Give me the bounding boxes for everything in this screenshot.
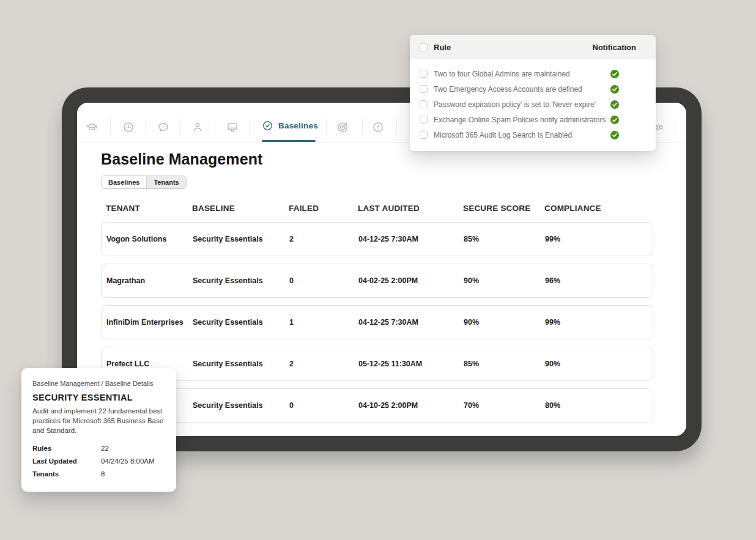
nav-divider — [146, 119, 146, 135]
rule-list-header: Rule Notification — [410, 35, 656, 59]
rule-label: Password expiration policy' is set to 'N… — [434, 100, 596, 109]
nav-divider — [250, 119, 250, 135]
last-audited-cell: 05-12-25 11:30AM — [358, 360, 464, 368]
last-audited-cell: 04-02-25 2:00PM — [358, 276, 464, 285]
rule-checkbox[interactable] — [420, 85, 428, 93]
passed-check-icon — [610, 116, 619, 124]
last-audited-cell: 04-10-25 2:00PM — [358, 401, 464, 410]
passed-check-icon — [610, 131, 619, 139]
field-value: 8 — [101, 470, 105, 478]
passed-check-icon — [610, 70, 619, 78]
secure-score-cell: 70% — [464, 401, 545, 410]
active-tab-underline — [262, 140, 316, 142]
alert-icon[interactable] — [372, 121, 384, 133]
field-value: 04/24/25 8:00AM — [101, 457, 155, 465]
failed-cell: 2 — [289, 360, 358, 368]
tenant-cell: Magrathan — [106, 276, 193, 285]
secure-score-cell: 85% — [464, 235, 545, 243]
notification-column-label: Notification — [593, 43, 637, 52]
field-label: Tenants — [32, 470, 101, 478]
rule-list-card: Rule Notification Two to four Global Adm… — [410, 35, 656, 151]
chat-icon[interactable] — [157, 121, 169, 133]
compliance-cell: 90% — [545, 360, 653, 368]
rule-label: Two Emergency Access Accounts are define… — [434, 85, 582, 94]
nav-divider — [396, 119, 397, 135]
field-rules: Rules 22 — [32, 445, 165, 452]
breadcrumb: Baseline Management / Baseline Details — [32, 380, 165, 387]
table-row[interactable]: Magrathan Security Essentials 0 04-02-25… — [101, 264, 653, 298]
secure-score-cell: 90% — [464, 276, 545, 285]
field-value: 22 — [101, 445, 109, 452]
secure-score-cell: 85% — [464, 360, 545, 368]
col-secure-score: SECURE SCORE — [463, 204, 544, 213]
rule-row: Exchange Online Spam Policies notify adm… — [410, 112, 656, 127]
baseline-description: Audit and implement 22 fundamental best … — [32, 406, 165, 435]
page-title: Baseline Management — [101, 150, 263, 168]
tenant-cell: Vogon Solutions — [106, 235, 193, 243]
nav-divider — [326, 119, 327, 135]
rule-row: Microsoft 365 Audit Log Search is Enable… — [410, 127, 656, 142]
table-header-row: TENANT BASELINE FAILED LAST AUDITED SECU… — [101, 204, 653, 213]
failed-cell: 2 — [289, 235, 358, 243]
baseline-cell: Security Essentials — [193, 235, 289, 243]
baseline-cell: Security Essentials — [193, 276, 289, 285]
field-label: Last Updated — [32, 457, 101, 465]
failed-cell: 0 — [289, 276, 358, 285]
view-tab-baselines[interactable]: Baselines — [102, 176, 147, 188]
tab-baselines[interactable]: Baselines — [262, 120, 318, 131]
table-row[interactable]: InfiniDim Enterprises Security Essential… — [101, 305, 653, 339]
monitor-icon[interactable] — [226, 121, 239, 133]
col-failed: FAILED — [289, 204, 358, 213]
rule-checkbox[interactable] — [420, 116, 428, 124]
nav-divider — [110, 119, 111, 135]
goals-icon[interactable] — [336, 121, 349, 133]
table-row[interactable]: Security Essentials 0 04-10-25 2:00PM 70… — [101, 388, 653, 423]
field-last-updated: Last Updated 04/24/25 8:00AM — [32, 457, 165, 465]
tab-baselines-label: Baselines — [278, 121, 318, 130]
baseline-fields: Rules 22 Last Updated 04/24/25 8:00AM Te… — [32, 445, 165, 478]
col-tenant: TENANT — [106, 204, 192, 213]
rule-column-label: Rule — [434, 43, 451, 52]
rule-checkbox[interactable] — [420, 131, 428, 139]
desktop-background: Baselines Baseline Management — [0, 0, 756, 540]
baseline-cell: Security Essentials — [193, 360, 289, 368]
nav-divider — [362, 119, 363, 135]
last-audited-cell: 04-12-25 7:30AM — [358, 235, 464, 243]
table-row[interactable]: Prefect LLC Security Essentials 2 05-12-… — [101, 347, 653, 381]
failed-cell: 1 — [289, 318, 358, 327]
rule-row: Two to four Global Admins are maintained — [410, 66, 656, 81]
compliance-cell: 80% — [545, 401, 653, 410]
gauge-icon[interactable] — [122, 121, 135, 133]
education-icon[interactable] — [86, 121, 98, 133]
table-row[interactable]: Vogon Solutions Security Essentials 2 04… — [101, 222, 653, 256]
view-tab-tenants[interactable]: Tenants — [147, 176, 185, 188]
last-audited-cell: 04-12-25 7:30AM — [358, 318, 464, 327]
field-label: Rules — [32, 445, 101, 452]
view-switcher: Baselines Tenants — [101, 176, 187, 189]
baseline-cell: Security Essentials — [193, 318, 289, 327]
col-last-audited: LAST AUDITED — [358, 204, 463, 213]
passed-check-icon — [610, 100, 619, 109]
person-icon[interactable] — [191, 121, 204, 133]
failed-cell: 0 — [289, 401, 358, 410]
baseline-table: TENANT BASELINE FAILED LAST AUDITED SECU… — [101, 204, 653, 430]
rule-checkbox[interactable] — [420, 70, 428, 78]
rule-list-body: Two to four Global Admins are maintained… — [410, 59, 656, 151]
compliance-cell: 96% — [545, 276, 653, 285]
nav-divider — [675, 119, 675, 135]
passed-check-icon — [610, 85, 619, 94]
col-baseline: BASELINE — [192, 204, 289, 213]
rule-checkbox[interactable] — [420, 100, 428, 108]
rule-label: Two to four Global Admins are maintained — [434, 70, 570, 78]
baseline-cell: Security Essentials — [193, 401, 289, 410]
rule-label: Microsoft 365 Audit Log Search is Enable… — [434, 131, 572, 139]
rule-row: Password expiration policy' is set to 'N… — [410, 97, 656, 112]
nav-divider — [215, 119, 215, 135]
tenant-cell: InfiniDim Enterprises — [106, 318, 193, 327]
field-tenants: Tenants 8 — [32, 470, 165, 478]
baseline-title: SECURITY ESSENTIAL — [32, 393, 165, 402]
tenant-cell: Prefect LLC — [106, 360, 193, 368]
baseline-details-card: Baseline Management / Baseline Details S… — [21, 368, 176, 492]
rule-row: Two Emergency Access Accounts are define… — [410, 81, 656, 97]
select-all-checkbox[interactable] — [420, 43, 428, 51]
